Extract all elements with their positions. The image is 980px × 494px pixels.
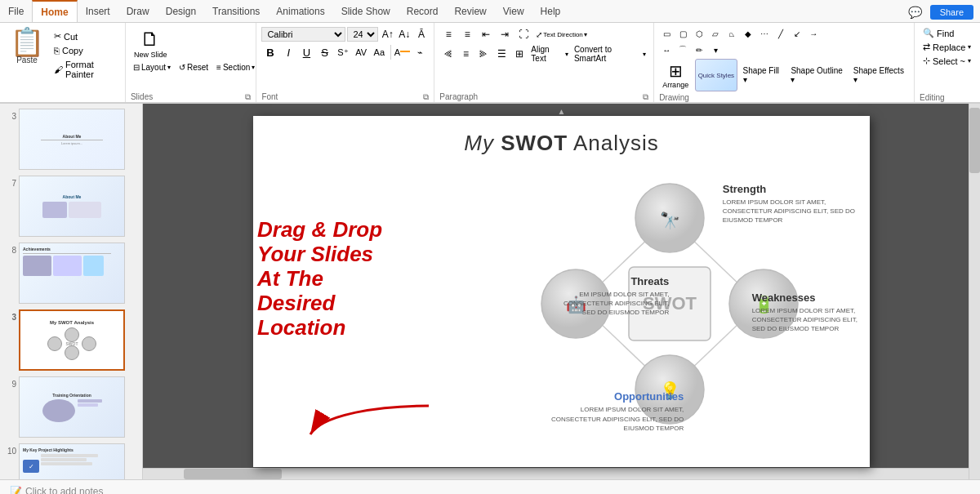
text-case-button[interactable]: Aa	[371, 44, 388, 60]
align-center-button[interactable]: ≡	[457, 46, 474, 62]
font-size-select[interactable]: 24	[347, 27, 378, 42]
freeform-btn[interactable]: ✏	[692, 42, 706, 57]
tab-record[interactable]: Record	[399, 0, 447, 22]
parallelogram-btn[interactable]: ▱	[708, 26, 723, 41]
font-color-btn[interactable]: A	[394, 44, 411, 60]
tab-home[interactable]: Home	[32, 0, 77, 22]
font-name-select[interactable]: Calibri	[261, 27, 345, 42]
font-row2: B I U S S⁺ AV Aa A ⌁	[261, 44, 429, 60]
underline-button[interactable]: U	[298, 44, 315, 60]
text-direction-button[interactable]: ⤢Text Direction▾	[533, 29, 589, 40]
tab-transitions[interactable]: Transitions	[204, 0, 268, 22]
list-item[interactable]: 3 About Me Lorem ipsum...	[3, 107, 139, 171]
align-left-button[interactable]: ⫷	[439, 46, 457, 62]
scroll-up-indicator[interactable]: ▲	[558, 107, 566, 116]
rect-shape-btn[interactable]: ▭	[659, 26, 674, 41]
shape-fill-button[interactable]: Shape Fill ▾	[741, 65, 786, 86]
decrease-indent-button[interactable]: ⇤	[477, 26, 495, 42]
slide-thumbnail: About Me Lorem ipsum...	[19, 109, 125, 170]
shape-outline-button[interactable]: Shape Outline ▾	[788, 65, 847, 86]
vertical-scrollbar[interactable]	[969, 104, 980, 479]
section-icon: ≡	[216, 63, 221, 72]
replace-button[interactable]: ⇄ Replace ▾	[920, 40, 975, 54]
share-button[interactable]: Share	[930, 5, 973, 20]
tab-review[interactable]: Review	[446, 0, 494, 22]
cut-button[interactable]: ✂ Cut	[51, 29, 122, 43]
layout-button[interactable]: ⊟ Layout ▾	[131, 62, 173, 73]
section-button[interactable]: ≡ Section ▾	[214, 62, 257, 73]
align-right-button[interactable]: ⫸	[475, 46, 492, 62]
select-dropdown-icon: ▾	[968, 57, 971, 65]
find-button[interactable]: 🔍 Find	[920, 26, 975, 40]
align-text-button[interactable]: Align Text▾	[528, 44, 571, 64]
copy-button[interactable]: ⎘ Copy	[51, 44, 122, 57]
italic-button[interactable]: I	[280, 44, 297, 60]
main-area: 3 About Me Lorem ipsum... 7 About Me	[0, 104, 980, 479]
para-expand-icon[interactable]: ⧉	[643, 92, 648, 102]
horizontal-scrollbar[interactable]	[143, 468, 969, 479]
list-item[interactable]: 3 My SWOT Analysis SWOT	[3, 308, 139, 372]
clear-format-button[interactable]: Ā	[414, 26, 430, 42]
arrange-icon: ⊞	[669, 61, 683, 81]
new-slide-button[interactable]: 🗋 New Slide	[131, 26, 171, 60]
tab-view[interactable]: View	[495, 0, 532, 22]
convert-smartart-button[interactable]: Convert to SmartArt▾	[572, 44, 648, 64]
format-painter-icon: 🖌	[54, 65, 63, 74]
chat-icon-button[interactable]: 💬	[906, 2, 925, 22]
tab-animations[interactable]: Animations	[268, 0, 332, 22]
strikethrough-button[interactable]: S	[316, 44, 333, 60]
list-item[interactable]: 7 About Me	[3, 174, 139, 238]
strength-label: Strength LOREM IPSUM DOLOR SIT AMET, CON…	[723, 183, 855, 225]
increase-indent-button[interactable]: ⇥	[496, 26, 514, 42]
diamond-btn[interactable]: ◆	[741, 26, 755, 41]
paragraph-group: ≡ ≡ ⇤ ⇥ ⛶ ⤢Text Direction▾ ⫷ ≡ ⫸ ☰ ⊞ Ali…	[434, 23, 654, 102]
justify-button[interactable]: ☰	[493, 46, 510, 62]
highlight-btn[interactable]: ⌁	[412, 44, 429, 60]
tab-slideshow[interactable]: Slide Show	[333, 0, 399, 22]
arrow-btn[interactable]: →	[806, 26, 821, 41]
increase-font-button[interactable]: A↑	[380, 26, 395, 42]
curve-btn[interactable]: ⌒	[675, 42, 690, 57]
connector-btn[interactable]: ↙	[790, 26, 804, 41]
tab-design[interactable]: Design	[158, 0, 204, 22]
select-button[interactable]: ⊹ Select ~ ▾	[920, 54, 975, 68]
snip-rect-btn[interactable]: ⬡	[692, 26, 706, 41]
shape-effects-button[interactable]: Shape Effects ▾	[851, 65, 909, 86]
more-shapes-btn2[interactable]: ▾	[708, 42, 723, 57]
bullets-button[interactable]: ≡	[439, 26, 457, 42]
list-item[interactable]: 10 My Key Project Highlights ✓	[3, 442, 139, 479]
separator1	[390, 45, 391, 60]
tab-file[interactable]: File	[0, 0, 32, 22]
list-item[interactable]: 9 Training Orientation	[3, 375, 139, 439]
rounded-rect-btn[interactable]: ▢	[675, 26, 690, 41]
reset-button[interactable]: ↺ Reset	[176, 62, 211, 73]
slide-number: 9	[5, 376, 16, 389]
slide-thumbnail: About Me	[19, 176, 125, 237]
notes-bar[interactable]: 📝 Click to add notes	[0, 479, 980, 494]
line-btn[interactable]: ╱	[773, 26, 788, 41]
paste-button[interactable]: 📋 Paste	[3, 26, 51, 66]
tab-insert[interactable]: Insert	[78, 0, 118, 22]
more-shapes-btn[interactable]: ⋯	[757, 26, 772, 41]
arrange-button[interactable]: ⊞ Arrange	[659, 60, 692, 91]
decrease-font-button[interactable]: A↓	[397, 26, 412, 42]
slides-expand-icon[interactable]: ⧉	[245, 92, 251, 102]
columns-button[interactable]: ⊞	[511, 46, 528, 62]
select-icon: ⊹	[923, 56, 930, 66]
trapezoid-btn[interactable]: ⏢	[724, 26, 739, 41]
format-painter-button[interactable]: 🖌 Format Painter	[51, 58, 122, 81]
font-expand-icon[interactable]: ⧉	[423, 92, 429, 102]
numbering-button[interactable]: ≡	[458, 26, 476, 42]
bold-button[interactable]: B	[261, 44, 278, 60]
quick-styles-button[interactable]: Quick Styles	[695, 59, 737, 91]
double-arrow-btn[interactable]: ↔	[659, 42, 674, 57]
list-item[interactable]: 8 Achievements	[3, 241, 139, 305]
char-spacing-button[interactable]: AV	[352, 44, 369, 60]
shadow-button[interactable]: S⁺	[334, 44, 351, 60]
smartart-button[interactable]: ⛶	[514, 26, 532, 42]
slide-thumbnail: Training Orientation	[19, 376, 125, 438]
tab-draw[interactable]: Draw	[118, 0, 158, 22]
replace-dropdown-icon: ▾	[968, 43, 971, 51]
tab-help[interactable]: Help	[532, 0, 569, 22]
drawing-actions-row: ⊞ Arrange Quick Styles Shape Fill ▾ Shap…	[659, 59, 909, 91]
